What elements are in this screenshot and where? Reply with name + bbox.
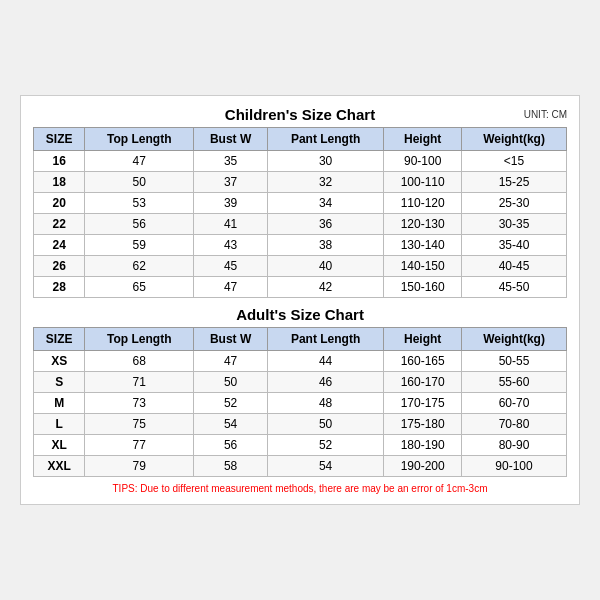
table-row: XXL795854190-20090-100 [34,456,567,477]
table-row: L755450175-18070-80 [34,414,567,435]
table-row: S715046160-17055-60 [34,372,567,393]
table-cell: 79 [85,456,194,477]
table-cell: M [34,393,85,414]
col-pant-length-a: Pant Length [267,328,383,351]
table-cell: 59 [85,235,194,256]
table-cell: 56 [194,435,268,456]
col-top-length: Top Length [85,128,194,151]
children-table: SIZE Top Length Bust W Pant Length Heigh… [33,127,567,298]
table-cell: 150-160 [384,277,462,298]
table-cell: 48 [267,393,383,414]
table-cell: 16 [34,151,85,172]
table-cell: 70-80 [462,414,567,435]
table-cell: 160-165 [384,351,462,372]
unit-label: UNIT: CM [524,109,567,120]
table-cell: 42 [267,277,383,298]
table-cell: 90-100 [384,151,462,172]
chart-container: Children's Size Chart UNIT: CM SIZE Top … [20,95,580,505]
table-cell: 15-25 [462,172,567,193]
table-row: 24594338130-14035-40 [34,235,567,256]
table-cell: 37 [194,172,268,193]
table-cell: 180-190 [384,435,462,456]
table-row: XL775652180-19080-90 [34,435,567,456]
table-cell: 47 [85,151,194,172]
col-top-length-a: Top Length [85,328,194,351]
table-cell: 35-40 [462,235,567,256]
adult-table: SIZE Top Length Bust W Pant Length Heigh… [33,327,567,477]
table-cell: 160-170 [384,372,462,393]
table-cell: 45-50 [462,277,567,298]
col-weight-a: Weight(kg) [462,328,567,351]
adult-header-row: SIZE Top Length Bust W Pant Length Heigh… [34,328,567,351]
table-cell: 65 [85,277,194,298]
table-cell: XS [34,351,85,372]
table-cell: 36 [267,214,383,235]
children-title-row: Children's Size Chart UNIT: CM [33,106,567,123]
table-cell: 34 [267,193,383,214]
table-cell: 68 [85,351,194,372]
table-cell: 47 [194,277,268,298]
table-cell: 190-200 [384,456,462,477]
col-size: SIZE [34,128,85,151]
table-cell: 73 [85,393,194,414]
table-cell: 50 [85,172,194,193]
table-cell: 38 [267,235,383,256]
children-title: Children's Size Chart [225,106,375,123]
children-header-row: SIZE Top Length Bust W Pant Length Heigh… [34,128,567,151]
table-cell: 54 [267,456,383,477]
table-cell: 80-90 [462,435,567,456]
table-cell: 55-60 [462,372,567,393]
table-cell: 100-110 [384,172,462,193]
table-row: 20533934110-12025-30 [34,193,567,214]
table-cell: 47 [194,351,268,372]
table-cell: 52 [194,393,268,414]
col-height-a: Height [384,328,462,351]
table-cell: 110-120 [384,193,462,214]
table-cell: 120-130 [384,214,462,235]
table-cell: 32 [267,172,383,193]
table-cell: 50 [194,372,268,393]
table-cell: 39 [194,193,268,214]
table-cell: 20 [34,193,85,214]
tips-text: TIPS: Due to different measurement metho… [33,483,567,494]
table-cell: 30 [267,151,383,172]
table-cell: 41 [194,214,268,235]
table-cell: 46 [267,372,383,393]
col-pant-length: Pant Length [267,128,383,151]
table-cell: <15 [462,151,567,172]
table-cell: 130-140 [384,235,462,256]
table-cell: 26 [34,256,85,277]
adult-title: Adult's Size Chart [236,306,364,323]
table-row: 26624540140-15040-45 [34,256,567,277]
adult-title-row: Adult's Size Chart [33,306,567,323]
table-row: M735248170-17560-70 [34,393,567,414]
table-row: 18503732100-11015-25 [34,172,567,193]
col-height: Height [384,128,462,151]
table-cell: 24 [34,235,85,256]
table-cell: 71 [85,372,194,393]
col-size-a: SIZE [34,328,85,351]
table-cell: 18 [34,172,85,193]
table-cell: 75 [85,414,194,435]
table-cell: S [34,372,85,393]
table-cell: 45 [194,256,268,277]
table-cell: 56 [85,214,194,235]
table-cell: 44 [267,351,383,372]
table-cell: 175-180 [384,414,462,435]
table-cell: 170-175 [384,393,462,414]
table-row: 1647353090-100<15 [34,151,567,172]
table-cell: 52 [267,435,383,456]
table-row: XS684744160-16550-55 [34,351,567,372]
table-cell: 140-150 [384,256,462,277]
table-cell: 90-100 [462,456,567,477]
table-cell: 50-55 [462,351,567,372]
table-cell: 77 [85,435,194,456]
table-cell: 54 [194,414,268,435]
table-cell: L [34,414,85,435]
table-cell: 28 [34,277,85,298]
table-cell: XXL [34,456,85,477]
table-cell: 60-70 [462,393,567,414]
table-cell: 22 [34,214,85,235]
table-row: 28654742150-16045-50 [34,277,567,298]
table-cell: 58 [194,456,268,477]
